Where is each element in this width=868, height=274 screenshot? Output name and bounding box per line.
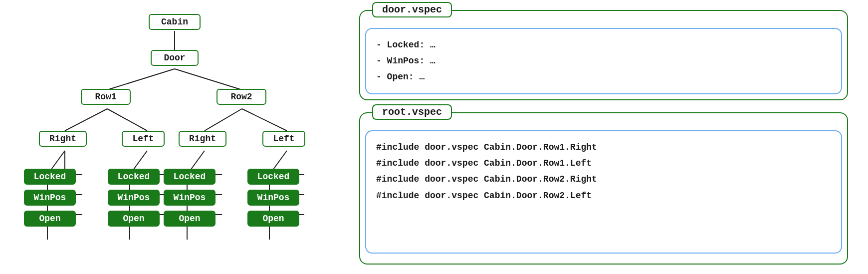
door-vspec-line-2: - WinPos: …	[376, 53, 831, 69]
node-r2r-open: Open	[164, 211, 216, 227]
svg-line-4	[107, 109, 147, 131]
door-vspec-line-1: - Locked: …	[376, 37, 831, 53]
door-vspec-title: door.vspec	[372, 2, 452, 17]
tree-diagram: Cabin Door Row1 Row2 Right Left Right Le…	[20, 10, 329, 265]
node-r1l-winpos: WinPos	[108, 190, 160, 206]
node-r2l-open: Open	[247, 211, 299, 227]
door-vspec-body: - Locked: … - WinPos: … - Open: …	[365, 28, 842, 94]
node-r2-right: Right	[179, 131, 226, 147]
node-r2l-winpos: WinPos	[247, 190, 299, 206]
node-cabin: Cabin	[149, 14, 201, 30]
node-r2-left: Left	[262, 131, 305, 147]
root-vspec-panel: root.vspec #include door.vspec Cabin.Doo…	[359, 112, 848, 265]
node-row2: Row2	[217, 89, 266, 105]
svg-line-2	[175, 69, 242, 90]
node-r1r-open: Open	[24, 211, 76, 227]
node-r1r-winpos: WinPos	[24, 190, 76, 206]
svg-line-3	[65, 109, 107, 131]
root-vspec-line-1: #include door.vspec Cabin.Door.Row1.Righ…	[376, 139, 831, 155]
root-vspec-line-4: #include door.vspec Cabin.Door.Row2.Left	[376, 188, 831, 204]
door-vspec-line-3: - Open: …	[376, 69, 831, 85]
root-vspec-title: root.vspec	[372, 104, 452, 120]
root-vspec-body: #include door.vspec Cabin.Door.Row1.Righ…	[365, 130, 842, 254]
node-r1-left: Left	[122, 131, 165, 147]
node-door: Door	[151, 50, 199, 66]
root-vspec-line-2: #include door.vspec Cabin.Door.Row1.Left	[376, 155, 831, 171]
node-r2l-locked: Locked	[247, 169, 299, 185]
node-r1l-locked: Locked	[108, 169, 160, 185]
node-r2r-winpos: WinPos	[164, 190, 216, 206]
node-r1r-locked: Locked	[24, 169, 76, 185]
door-vspec-panel: door.vspec - Locked: … - WinPos: … - Ope…	[359, 10, 848, 100]
node-r1-right: Right	[39, 131, 87, 147]
node-r2r-locked: Locked	[164, 169, 216, 185]
svg-line-5	[205, 109, 242, 131]
spec-panels: door.vspec - Locked: … - WinPos: … - Ope…	[359, 10, 848, 265]
tree-canvas: Cabin Door Row1 Row2 Right Left Right Le…	[20, 10, 329, 265]
node-r1l-open: Open	[108, 211, 160, 227]
svg-line-6	[242, 109, 287, 131]
node-row1: Row1	[81, 89, 131, 105]
svg-line-1	[107, 69, 175, 90]
root-vspec-line-3: #include door.vspec Cabin.Door.Row2.Righ…	[376, 171, 831, 187]
